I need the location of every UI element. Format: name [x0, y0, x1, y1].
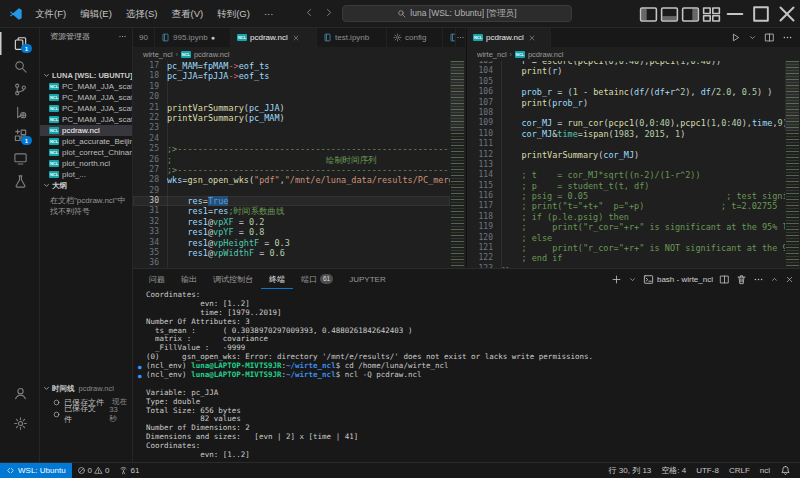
- timeline-section-header[interactable]: 时间线 pcdraw.ncl: [40, 383, 132, 394]
- command-center-search[interactable]: luna [WSL: Ubuntu] [管理员]: [342, 5, 572, 22]
- split-icon[interactable]: [764, 32, 775, 43]
- chev-down-icon[interactable]: [748, 33, 757, 42]
- menu-item[interactable]: ···: [257, 0, 281, 28]
- split-terminal-icon[interactable]: [719, 274, 730, 285]
- minimap[interactable]: [451, 61, 464, 268]
- outline-section-header[interactable]: 大纲: [40, 180, 132, 191]
- file-item[interactable]: NCLpcdraw.ncl: [40, 125, 132, 136]
- activity-item-remote-explorer[interactable]: [0, 147, 40, 170]
- activity-item-extensions[interactable]: 1: [0, 124, 40, 147]
- code-line: 24: [133, 134, 450, 144]
- panel-tab-终端[interactable]: 终端: [261, 269, 293, 289]
- indentation[interactable]: 空格: 4: [656, 465, 691, 476]
- activity-item-testing[interactable]: [0, 170, 40, 193]
- terminal-selector[interactable]: bash - wirte_ncl: [643, 274, 713, 285]
- line-number: 21: [133, 103, 167, 113]
- breadcrumb-folder[interactable]: wirte_ncl: [143, 50, 173, 59]
- close-tab-icon[interactable]: [292, 34, 300, 42]
- activity-item-search[interactable]: [0, 55, 40, 78]
- notifications-bell-icon[interactable]: [775, 465, 796, 476]
- panel-tab-问题[interactable]: 问题: [141, 269, 173, 289]
- activity-item-explorer[interactable]: 1: [0, 32, 40, 55]
- close-tab-icon[interactable]: [528, 34, 536, 42]
- activity-item-settings[interactable]: [0, 412, 40, 435]
- breadcrumb-folder[interactable]: wirte_ncl: [477, 50, 507, 59]
- editor-tab-90[interactable]: 90: [133, 28, 155, 47]
- code-editor-left[interactable]: 17pc_MAM=fpMAM->eof_ts18pc_JJA=fpJJA->eo…: [133, 61, 450, 268]
- play-icon[interactable]: [730, 32, 741, 43]
- new-terminal-icon[interactable]: [611, 274, 622, 285]
- editor-tab-995.ipynb[interactable]: 995.ipynb●: [155, 28, 231, 47]
- line-number: 115: [467, 181, 501, 191]
- breadcrumb[interactable]: wirte_ncl › NCL pcdraw.ncl: [467, 48, 800, 61]
- maximize-button[interactable]: [748, 0, 774, 28]
- ellipsis-icon[interactable]: [782, 32, 793, 43]
- toggle-panel-icon[interactable]: [659, 0, 680, 28]
- more-tabs-icon[interactable]: [456, 28, 465, 47]
- minimap[interactable]: [786, 61, 799, 268]
- editor-tab-config[interactable]: config: [387, 28, 443, 47]
- vscode-window: 文件(F)编辑(E)选择(S)查看(V)转到(G)··· luna [WSL: …: [0, 0, 800, 478]
- cursor-position[interactable]: 行 30, 列 13: [604, 465, 657, 476]
- code-text: [167, 258, 450, 268]
- menu-item[interactable]: 文件(F): [28, 0, 73, 28]
- code-line: 108: [467, 108, 785, 118]
- activity-item-run-debug[interactable]: [0, 101, 40, 124]
- menu-item[interactable]: 选择(S): [119, 0, 165, 28]
- panel-tab-JUPYTER[interactable]: JUPYTER: [341, 269, 393, 289]
- kill-terminal-icon[interactable]: [736, 274, 747, 285]
- explorer-actions-icon[interactable]: [118, 32, 127, 41]
- editor-tab-pcdraw.ncl[interactable]: NCLpcdraw.ncl: [467, 28, 551, 47]
- editor-tab-test.ipynb[interactable]: test.ipynb: [317, 28, 387, 47]
- forward-arrow-icon[interactable]: [323, 7, 334, 18]
- activity-item-account[interactable]: [0, 382, 40, 405]
- file-item[interactable]: NCLplot_...: [40, 169, 132, 180]
- editor-tab-pcdraw.ncl[interactable]: NCLpcdraw.ncl: [231, 28, 317, 47]
- workspace-section-header[interactable]: LUNA [WSL: UBUNTU]: [40, 70, 132, 81]
- ports-indicator[interactable]: 61: [114, 466, 144, 475]
- toggle-sidebar-icon[interactable]: [638, 0, 659, 28]
- menu-item[interactable]: 转到(G): [210, 0, 257, 28]
- breadcrumb[interactable]: wirte_ncl › NCL pcdraw.ncl: [133, 48, 465, 61]
- more-actions-icon[interactable]: [753, 274, 764, 285]
- terminal-text: 82 values: [146, 415, 796, 424]
- close-window-button[interactable]: [774, 0, 800, 28]
- terminal-output[interactable]: Coordinates: evn: [1..2] time: [1979..20…: [136, 291, 796, 460]
- toggle-secondary-sidebar-icon[interactable]: [680, 0, 701, 28]
- file-item[interactable]: NCLplot_north.ncl: [40, 158, 132, 169]
- explorer-sidebar: 资源管理器 LUNA [WSL: UBUNTU] NCLPC_MAM_JJA_s…: [40, 28, 133, 462]
- menu-item[interactable]: 查看(V): [164, 0, 210, 28]
- language-mode[interactable]: ncl: [755, 466, 775, 475]
- code-line: 17pc_MAM=fpMAM->eof_ts: [133, 61, 450, 71]
- file-item[interactable]: NCLPC_MAM_JJA_scatter_...: [40, 92, 132, 103]
- breadcrumb-file[interactable]: pcdraw.ncl: [194, 50, 229, 59]
- editor-tab-partial[interactable]: [443, 28, 456, 47]
- customize-layout-icon[interactable]: [701, 0, 722, 28]
- menu-item[interactable]: 编辑(E): [73, 0, 119, 28]
- timeline-item[interactable]: 已保存文件33 秒: [40, 408, 132, 420]
- eol-sequence[interactable]: CRLF: [724, 466, 755, 475]
- settings-icon: [13, 416, 28, 431]
- panel-tab-输出[interactable]: 输出: [173, 269, 205, 289]
- file-item[interactable]: NCLPC_MAM_JJA_scatter....: [40, 114, 132, 125]
- minimize-button[interactable]: [722, 0, 748, 28]
- terminal-text: Variable: pc_JJA: [146, 389, 796, 398]
- panel-tab-label: 问题: [149, 274, 165, 285]
- problems-indicator[interactable]: 0 0: [72, 466, 115, 475]
- encoding[interactable]: UTF-8: [691, 466, 724, 475]
- panel-tab-调试控制台[interactable]: 调试控制台: [205, 269, 261, 289]
- error-icon: [77, 466, 86, 475]
- breadcrumb-file[interactable]: pcdraw.ncl: [528, 50, 563, 59]
- activity-item-source-control[interactable]: [0, 78, 40, 101]
- file-item[interactable]: NCLplot_correct_Chinama...: [40, 147, 132, 158]
- maximize-panel-icon[interactable]: [770, 275, 779, 284]
- terminal-profile-dropdown-icon[interactable]: [628, 275, 637, 284]
- close-panel-icon[interactable]: [785, 275, 794, 284]
- remote-indicator[interactable]: WSL: Ubuntu: [0, 463, 72, 478]
- code-editor-right[interactable]: 103 r = escorc(pcpc1(0,0:40),pcpc1(1,0:4…: [467, 56, 785, 268]
- file-item[interactable]: NCLPC_MAM_JJA_scatter.ncl: [40, 81, 132, 92]
- file-item[interactable]: NCLplot_accurate_Beijing...: [40, 136, 132, 147]
- file-item[interactable]: NCLPC_MAM_JJA_scatter_...: [40, 103, 132, 114]
- back-arrow-icon[interactable]: [304, 7, 315, 18]
- panel-tab-端口[interactable]: 端口61: [293, 269, 341, 289]
